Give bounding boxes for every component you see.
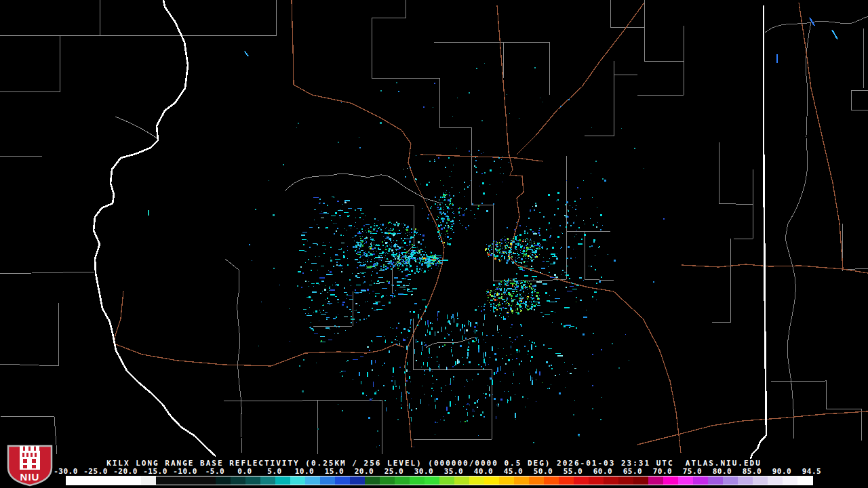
river-lines: [115, 117, 475, 348]
niu-logo: NIU: [5, 445, 54, 487]
radar-viewer: KILX LONG RANGE BASE REFLECTIVITY (0.25K…: [0, 0, 868, 488]
state-border-lines: [94, 0, 766, 459]
road-lines: [114, 0, 868, 453]
niu-logo-text: NIU: [20, 471, 40, 483]
radar-map: [0, 0, 868, 488]
county-boundaries: [0, 0, 868, 454]
